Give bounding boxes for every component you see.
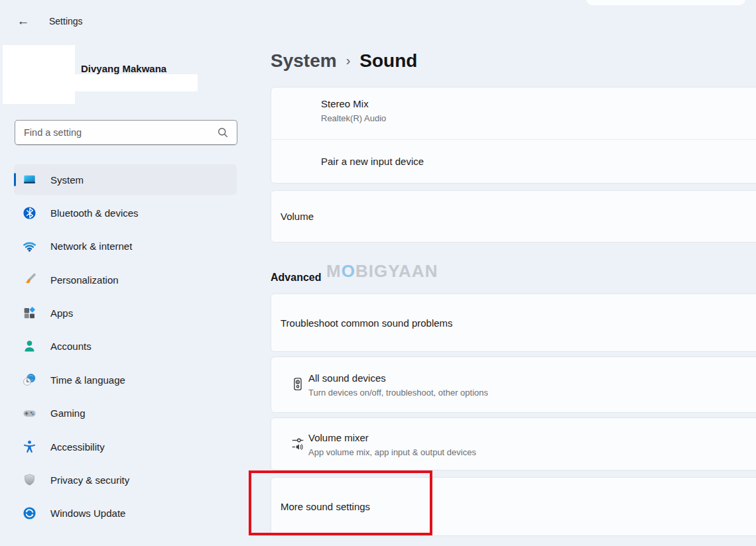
personalization-icon xyxy=(22,272,37,288)
window-header: ← Settings xyxy=(15,13,83,29)
sidebar-item-label: Accessibility xyxy=(50,441,105,453)
sidebar-item-apps[interactable]: Apps xyxy=(14,298,237,329)
all-sound-devices-card[interactable]: All sound devices Turn devices on/off, t… xyxy=(271,356,756,413)
system-icon xyxy=(22,172,37,188)
selected-indicator-pill xyxy=(14,173,16,186)
row-title: Troubleshoot common sound problems xyxy=(281,316,453,330)
sidebar-item-label: Network & internet xyxy=(50,241,132,252)
user-name: Divyang Makwana xyxy=(81,63,166,74)
volume-card[interactable]: Volume xyxy=(271,190,756,243)
watermark-mobigyaan: MOBIGYAAN xyxy=(326,261,438,282)
sidebar-item-network-internet[interactable]: Network & internet xyxy=(14,231,237,262)
page-title: Sound xyxy=(359,50,417,72)
section-label-advanced: Advanced xyxy=(271,272,321,284)
sidebar-item-label: Bluetooth & devices xyxy=(50,207,139,219)
more-sound-settings-card[interactable]: More sound settings xyxy=(271,477,756,536)
sidebar-item-gaming[interactable]: Gaming xyxy=(14,398,237,429)
watermark-text: BIGYAAN xyxy=(355,261,438,281)
sidebar-item-label: Personalization xyxy=(50,274,119,286)
windows-update-icon xyxy=(22,506,37,521)
watermark-text: M xyxy=(326,261,342,281)
breadcrumb: System › Sound xyxy=(271,50,417,72)
watermark-o: O xyxy=(342,261,355,281)
sidebar-item-label: Apps xyxy=(50,307,73,319)
breadcrumb-parent[interactable]: System xyxy=(271,50,337,72)
row-title: Volume mixer xyxy=(308,431,476,445)
accounts-icon xyxy=(22,339,37,354)
input-device-row-stereo-mix[interactable]: Stereo Mix Realtek(R) Audio xyxy=(271,87,756,139)
sidebar-item-time-language[interactable]: Time & language xyxy=(14,364,237,395)
avatar xyxy=(3,45,75,104)
time-language-icon xyxy=(22,372,37,388)
privacy-security-icon xyxy=(22,472,37,488)
sidebar-item-system[interactable]: System xyxy=(14,164,237,195)
sidebar-item-label: System xyxy=(50,174,84,186)
card-text: All sound devices Turn devices on/off, t… xyxy=(308,371,488,398)
pair-new-input-device-row[interactable]: Pair a new input device xyxy=(271,140,756,183)
bluetooth-icon xyxy=(22,205,37,221)
sidebar-item-bluetooth-devices[interactable]: Bluetooth & devices xyxy=(14,197,237,228)
sidebar-item-label: Time & language xyxy=(50,374,125,386)
row-subtitle: Turn devices on/off, troubleshoot, other… xyxy=(308,387,488,398)
row-title: Volume xyxy=(281,209,314,223)
sidebar-item-windows-update[interactable]: Windows Update xyxy=(14,498,237,529)
network-icon xyxy=(22,239,37,254)
breadcrumb-chevron-icon: › xyxy=(346,53,351,70)
search-box[interactable] xyxy=(15,120,237,145)
search-input[interactable] xyxy=(15,121,217,144)
volume-mixer-card[interactable]: Volume mixer App volume mix, app input &… xyxy=(271,417,756,470)
sidebar-item-accessibility[interactable]: Accessibility xyxy=(14,431,237,462)
back-button[interactable]: ← xyxy=(15,13,32,29)
gaming-icon xyxy=(22,406,37,421)
card-text: Volume mixer App volume mix, app input &… xyxy=(308,431,476,458)
input-devices-card: Stereo Mix Realtek(R) Audio Pair a new i… xyxy=(271,87,756,184)
sidebar-item-label: Accounts xyxy=(50,341,92,352)
sidebar-item-personalization[interactable]: Personalization xyxy=(14,264,237,295)
sidebar-item-label: Windows Update xyxy=(50,508,125,519)
row-subtitle: App volume mix, app input & output devic… xyxy=(308,447,476,458)
apps-icon xyxy=(22,305,37,321)
accessibility-icon xyxy=(22,439,37,455)
row-title: All sound devices xyxy=(308,371,488,385)
speaker-device-icon xyxy=(290,376,305,394)
window-title: Settings xyxy=(49,16,83,27)
troubleshoot-card[interactable]: Troubleshoot common sound problems xyxy=(271,294,756,352)
row-title: More sound settings xyxy=(281,500,370,514)
sidebar-nav: System Bluetooth & devices Network & int… xyxy=(14,164,237,529)
search-icon xyxy=(217,127,229,138)
window-edge-artifact xyxy=(586,0,745,5)
device-subtitle: Realtek(R) Audio xyxy=(321,113,756,124)
user-email-redacted xyxy=(75,74,198,91)
sidebar-item-privacy-security[interactable]: Privacy & security xyxy=(14,465,237,496)
sidebar-item-accounts[interactable]: Accounts xyxy=(14,331,237,362)
device-title: Stereo Mix xyxy=(321,97,756,111)
row-title: Pair a new input device xyxy=(321,154,424,168)
sidebar-item-label: Privacy & security xyxy=(50,474,129,486)
volume-mixer-icon xyxy=(290,435,305,453)
settings-window: ← Settings Divyang Makwana System xyxy=(0,0,756,546)
sidebar-item-label: Gaming xyxy=(50,408,86,419)
